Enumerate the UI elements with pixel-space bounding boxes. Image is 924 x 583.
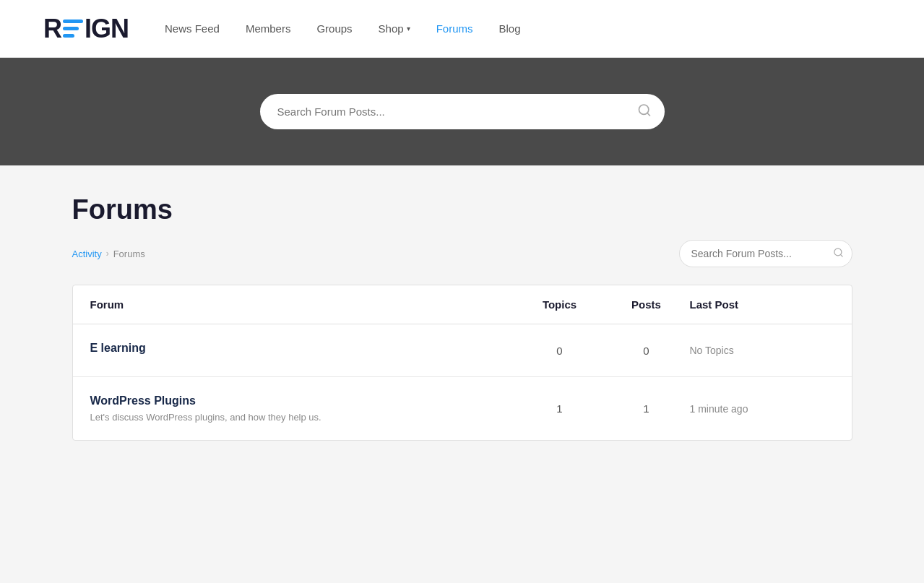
svg-line-3 bbox=[840, 254, 842, 256]
forum-desc-wordpress-plugins: Let's discuss WordPress plugins, and how… bbox=[90, 412, 517, 423]
header-posts: Posts bbox=[603, 298, 690, 311]
main-nav: News Feed Members Groups Shop ▾ Forums B… bbox=[165, 22, 521, 35]
breadcrumb-separator: › bbox=[106, 249, 109, 259]
last-post-wordpress-plugins: 1 minute ago bbox=[690, 403, 834, 415]
hero-search-input[interactable] bbox=[260, 94, 665, 129]
breadcrumb: Activity › Forums bbox=[72, 249, 145, 259]
nav-item-news-feed[interactable]: News Feed bbox=[165, 22, 220, 35]
inline-search-icon bbox=[833, 247, 844, 260]
posts-e-learning: 0 bbox=[603, 345, 690, 357]
table-row: WordPress Plugins Let's discuss WordPres… bbox=[73, 377, 852, 440]
nav-shop-label: Shop bbox=[379, 22, 404, 35]
inline-search-input[interactable] bbox=[679, 240, 852, 267]
table-row: E learning 0 0 No Topics bbox=[73, 324, 852, 377]
logo-line-3 bbox=[63, 34, 74, 38]
header-last-post: Last Post bbox=[690, 298, 834, 311]
nav-item-blog[interactable]: Blog bbox=[499, 22, 521, 35]
last-post-e-learning: No Topics bbox=[690, 345, 834, 356]
header-forum: Forum bbox=[90, 298, 517, 311]
hero-section bbox=[0, 58, 924, 165]
logo-line-2 bbox=[63, 27, 79, 30]
chevron-down-icon: ▾ bbox=[407, 25, 410, 33]
topics-wordpress-plugins: 1 bbox=[517, 402, 603, 415]
site-logo[interactable]: R IGN bbox=[43, 14, 129, 44]
header-topics: Topics bbox=[517, 298, 603, 311]
nav-item-groups[interactable]: Groups bbox=[316, 22, 352, 35]
logo-line-1 bbox=[63, 20, 83, 23]
posts-wordpress-plugins: 1 bbox=[603, 402, 690, 415]
forum-info-e-learning: E learning bbox=[90, 342, 517, 359]
nav-item-members[interactable]: Members bbox=[246, 22, 291, 35]
forum-name-wordpress-plugins[interactable]: WordPress Plugins bbox=[90, 394, 517, 407]
inline-search-wrapper bbox=[679, 240, 852, 267]
hero-search-wrapper bbox=[260, 94, 665, 129]
breadcrumb-row: Activity › Forums bbox=[72, 240, 852, 267]
forum-table: Forum Topics Posts Last Post E learning … bbox=[72, 285, 852, 441]
hero-search-icon bbox=[637, 103, 652, 121]
logo-r: R bbox=[43, 14, 61, 44]
forum-info-wordpress-plugins: WordPress Plugins Let's discuss WordPres… bbox=[90, 394, 517, 423]
logo-lines bbox=[63, 20, 83, 38]
page-title: Forums bbox=[72, 194, 852, 225]
nav-item-shop[interactable]: Shop ▾ bbox=[379, 22, 410, 35]
site-header: R IGN News Feed Members Groups Shop ▾ Fo… bbox=[0, 0, 924, 58]
forum-name-e-learning[interactable]: E learning bbox=[90, 342, 517, 355]
svg-line-1 bbox=[647, 113, 649, 116]
main-content: Forums Activity › Forums Forum Topics Po… bbox=[58, 165, 867, 470]
breadcrumb-current: Forums bbox=[113, 249, 145, 259]
table-header: Forum Topics Posts Last Post bbox=[73, 285, 852, 324]
nav-item-forums[interactable]: Forums bbox=[436, 22, 473, 35]
breadcrumb-activity-link[interactable]: Activity bbox=[72, 249, 102, 259]
topics-e-learning: 0 bbox=[517, 345, 603, 357]
logo-ign: IGN bbox=[85, 14, 129, 44]
